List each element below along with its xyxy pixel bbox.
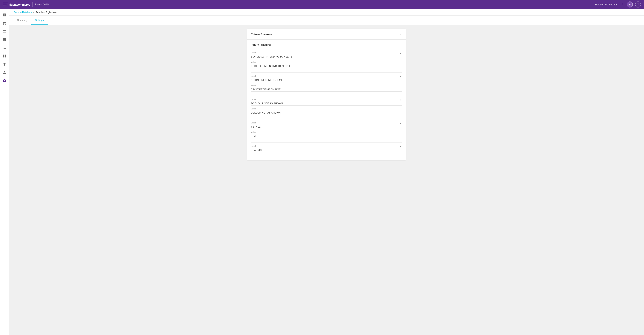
collapse-button[interactable] (398, 32, 402, 36)
sidebar-item-fulfillment[interactable] (1, 28, 8, 35)
label-group-3: Label (251, 98, 402, 106)
label-input-2[interactable] (251, 78, 402, 82)
value-group-4: Value (251, 131, 402, 138)
label-group-5: Label (251, 145, 402, 152)
sidebar-item-promotions[interactable] (1, 60, 8, 68)
label-field-label-5: Label (251, 145, 402, 147)
value-group-3: Value (251, 108, 402, 115)
sidebar-item-config[interactable] (1, 77, 8, 84)
breadcrumb-separator: / (33, 11, 34, 14)
value-field-label-4: Value (251, 131, 402, 133)
sidebar-item-grid[interactable] (1, 52, 8, 60)
sidebar-item-users[interactable] (1, 69, 8, 76)
label-group-4: Label (251, 122, 402, 129)
more-options-button[interactable]: ⋮ (620, 2, 624, 7)
breadcrumb: Back to Retailers / Retailer - fc_fashio… (9, 9, 644, 16)
sidebar-item-inventory[interactable] (1, 36, 8, 43)
label-input-3[interactable] (251, 101, 402, 106)
card-header: Return Reasons (247, 28, 406, 40)
app-body: Back to Retailers / Retailer - fc_fashio… (0, 9, 644, 335)
reason-item-4: × Label Value (251, 119, 402, 143)
app-name: Fluent OMS (35, 3, 49, 6)
value-field-label-1: Value (251, 61, 402, 63)
brand-logo: fluentcommerce (3, 2, 30, 6)
reason-item-1: × Label Value (251, 49, 402, 73)
sidebar-item-orders[interactable] (1, 20, 8, 27)
value-input-1[interactable] (251, 64, 402, 68)
remove-button-3[interactable]: × (399, 98, 402, 102)
value-input-3[interactable] (251, 110, 402, 115)
value-input-4[interactable] (251, 134, 402, 138)
nav-divider (32, 2, 33, 7)
content-inner: Return Reasons Return Reasons × Label (242, 25, 410, 164)
reason-item-5: × Label (251, 143, 402, 156)
remove-button-1[interactable]: × (399, 52, 402, 55)
label-input-5[interactable] (251, 148, 402, 152)
card-title: Return Reasons (251, 32, 272, 36)
remove-button-2[interactable]: × (399, 75, 402, 78)
sidebar-item-analytics[interactable] (1, 11, 8, 19)
tabs-bar: Summary Settings (9, 16, 644, 25)
value-group-1: Value (251, 61, 402, 68)
remove-button-5[interactable]: × (399, 145, 402, 149)
label-field-label-4: Label (251, 122, 402, 124)
label-input-4[interactable] (251, 124, 402, 129)
value-field-label-2: Value (251, 84, 402, 86)
value-field-label-3: Value (251, 108, 402, 110)
label-field-label-2: Label (251, 75, 402, 77)
nav-left: fluentcommerce Fluent OMS (3, 2, 49, 7)
brand-name: fluentcommerce (9, 3, 30, 6)
reason-item-2: × Label Value (251, 73, 402, 96)
rr-section-title: Return Reasons (251, 43, 402, 46)
tab-summary[interactable]: Summary (14, 16, 31, 25)
sidebar (0, 9, 9, 335)
label-field-label-1: Label (251, 52, 402, 54)
label-field-label-3: Label (251, 98, 402, 100)
refresh-button[interactable] (635, 2, 641, 8)
reason-item-3: × Label Value (251, 96, 402, 119)
sidebar-item-lists[interactable] (1, 44, 8, 52)
return-reasons-card: Return Reasons Return Reasons × Label (247, 28, 406, 160)
logo-icon (3, 2, 8, 6)
main-content: Back to Retailers / Retailer - fc_fashio… (9, 9, 644, 335)
value-input-2[interactable] (251, 87, 402, 92)
avatar[interactable]: F (627, 2, 633, 8)
remove-button-4[interactable]: × (399, 122, 402, 125)
return-reasons-content: Return Reasons × Label Value (247, 40, 406, 160)
tab-settings[interactable]: Settings (31, 16, 48, 25)
nav-right: Retailer: FC Fashion ⋮ F (595, 2, 641, 8)
label-group-1: Label (251, 52, 402, 59)
label-input-1[interactable] (251, 54, 402, 59)
content-area: Return Reasons Return Reasons × Label (9, 25, 644, 335)
value-group-2: Value (251, 84, 402, 92)
top-navigation: fluentcommerce Fluent OMS Retailer: FC F… (0, 0, 644, 9)
label-group-2: Label (251, 75, 402, 82)
breadcrumb-back-link[interactable]: Back to Retailers (14, 11, 32, 14)
breadcrumb-current: Retailer - fc_fashion (36, 11, 57, 14)
retailer-label: Retailer: FC Fashion (595, 3, 618, 6)
